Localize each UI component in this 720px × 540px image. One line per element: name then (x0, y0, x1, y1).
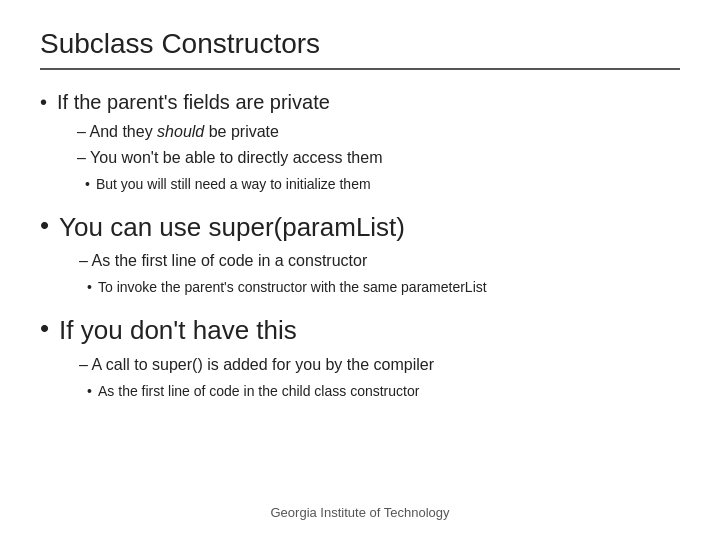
bullet-1-sub-sub-items: • But you will still need a way to initi… (57, 174, 382, 195)
bullet-2-sub1-sub1-text: To invoke the parent's constructor with … (98, 277, 487, 298)
bullet-1-sub-items: – And they should be private – You won't… (57, 120, 382, 195)
bullet-3-sub-sub-items: • As the first line of code in the child… (59, 381, 434, 402)
bullet-1-text: If the parent's fields are private (57, 91, 330, 113)
bullet-3-sub1-sub1: • As the first line of code in the child… (87, 381, 434, 402)
title-area: Subclass Constructors (40, 28, 680, 70)
bullet-2-content: You can use super(paramList) – As the fi… (59, 209, 487, 298)
bullet-1-content: If the parent's fields are private – And… (57, 88, 382, 195)
bullet-1-sub2-sub1-text: But you will still need a way to initial… (96, 174, 371, 195)
bullet-3-sub1: – A call to super() is added for you by … (59, 353, 434, 377)
bullet-2-sub1: – As the first line of code in a constru… (59, 249, 487, 273)
bullet-3-sub-items: – A call to super() is added for you by … (59, 353, 434, 402)
bullet-1-dot: • (40, 88, 47, 116)
bullet-3: • If you don't have this – A call to sup… (40, 312, 680, 401)
bullet-1: • If the parent's fields are private – A… (40, 88, 680, 195)
bullet-2-dot: • (40, 209, 49, 243)
bullet-3-content: If you don't have this – A call to super… (59, 312, 434, 401)
bullet-1-sub2-sub1: • But you will still need a way to initi… (85, 174, 382, 195)
bullet-1-sub1-text: – And they should be private (77, 120, 279, 144)
slide-content: • If the parent's fields are private – A… (40, 88, 680, 495)
bullet-2-text: You can use super(paramList) (59, 212, 405, 242)
bullet-3-sub1-sub1-dot: • (87, 381, 92, 402)
bullet-1-sub2-sub1-dot: • (85, 174, 90, 195)
bullet-1-sub2: – You won't be able to directly access t… (57, 146, 382, 170)
slide: Subclass Constructors • If the parent's … (0, 0, 720, 540)
bullet-3-sub1-sub1-text: As the first line of code in the child c… (98, 381, 419, 402)
bullet-2: • You can use super(paramList) – As the … (40, 209, 680, 298)
footer-text: Georgia Institute of Technology (271, 505, 450, 520)
slide-footer: Georgia Institute of Technology (40, 495, 680, 520)
bullet-2-sub1-sub1: • To invoke the parent's constructor wit… (87, 277, 487, 298)
bullet-2-sub1-sub1-dot: • (87, 277, 92, 298)
slide-title: Subclass Constructors (40, 28, 680, 60)
bullet-2-sub1-text: – As the first line of code in a constru… (79, 249, 367, 273)
bullet-3-dot: • (40, 312, 49, 346)
bullet-2-sub-sub-items: • To invoke the parent's constructor wit… (59, 277, 487, 298)
bullet-3-sub1-text: – A call to super() is added for you by … (79, 353, 434, 377)
bullet-2-sub-items: – As the first line of code in a constru… (59, 249, 487, 298)
bullet-3-text: If you don't have this (59, 315, 297, 345)
bullet-1-sub1: – And they should be private (57, 120, 382, 144)
bullet-1-sub2-text: – You won't be able to directly access t… (77, 146, 382, 170)
